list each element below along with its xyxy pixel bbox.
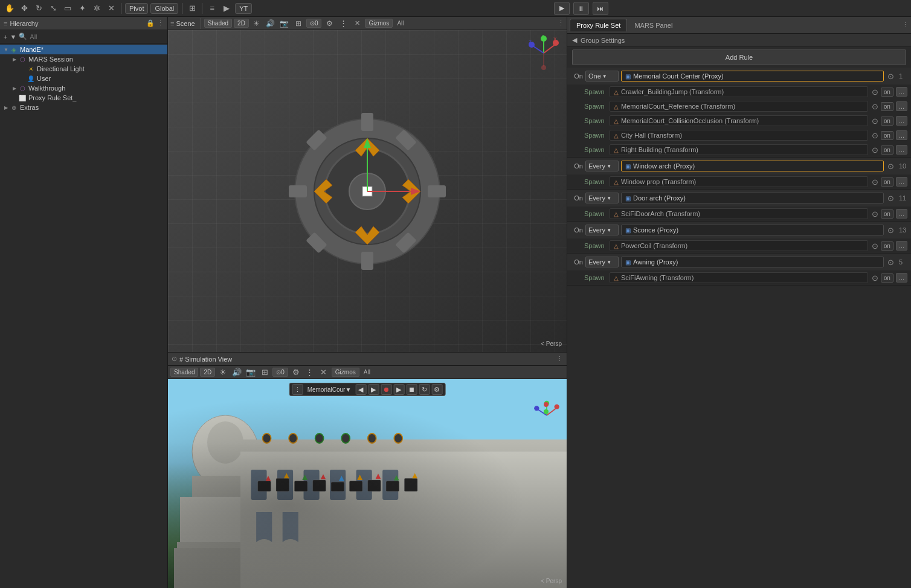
spawn-row-4-0[interactable]: Spawn △ PowerCoil (Transform) ⊙ on ... — [567, 238, 911, 253]
spawn-toggle-1-4[interactable]: on — [881, 145, 893, 155]
rule-on-row-3[interactable]: On Every ▼ ▣ Door arch (Proxy) ⊙ 11 — [567, 190, 911, 206]
sim-settings-icon[interactable]: ⚙ — [290, 366, 302, 379]
sim-grid-icon[interactable]: ⊞ — [259, 366, 271, 379]
spawn-menu-1-4[interactable]: ... — [896, 145, 907, 155]
add-rule-button[interactable]: Add Rule — [572, 50, 906, 65]
tab-end-icon[interactable]: ⋮ — [902, 21, 909, 29]
sim-gizmos-btn[interactable]: Gizmos — [332, 368, 359, 377]
rotate-tool[interactable]: ↻ — [33, 2, 45, 14]
scene-settings-icon[interactable]: ⚙ — [323, 18, 335, 30]
rule-proxy-1[interactable]: ▣ Memorial Court Center (Proxy) — [621, 71, 884, 81]
spawn-settings-1-2[interactable]: ⊙ — [872, 117, 878, 126]
spawn-toggle-3-0[interactable]: on — [881, 209, 893, 219]
scene-more-icon[interactable]: ⋮ — [337, 18, 349, 30]
sim-play-btn2[interactable]: ▶ — [393, 384, 404, 395]
spawn-menu-5-0[interactable]: ... — [896, 273, 907, 283]
rule-on-row-1[interactable]: On One ▼ ▣ Memorial Court Center (Proxy)… — [567, 68, 911, 85]
rule-on-row-5[interactable]: On Every ▼ ▣ Awning (Proxy) ⊙ 5 — [567, 254, 911, 270]
hand-tool[interactable]: ✋ — [4, 2, 16, 14]
spawn-menu-4-0[interactable]: ... — [896, 241, 907, 251]
arrow-left-icon[interactable]: ◀ — [572, 36, 577, 44]
scale-tool[interactable]: ⤡ — [47, 2, 59, 14]
tree-item-dir-light[interactable]: ▶ ☀ Directional Light — [0, 64, 167, 74]
yt-dropdown[interactable]: YT — [235, 3, 252, 14]
hierarchy-search-input[interactable] — [30, 33, 164, 40]
tree-item-mande[interactable]: ▼ ◈ MandE* — [0, 45, 167, 54]
spawn-field-1-2[interactable]: △ MemorialCourt_CollisionOcclusion (Tran… — [610, 115, 868, 126]
more-icon[interactable]: ⋮ — [157, 19, 164, 27]
spawn-menu-3-0[interactable]: ... — [896, 209, 907, 219]
spawn-settings-1-0[interactable]: ⊙ — [872, 88, 878, 97]
spawn-settings-1-4[interactable]: ⊙ — [872, 145, 878, 155]
spawn-toggle-4-0[interactable]: on — [881, 241, 893, 251]
rule-settings-5[interactable]: ⊙ — [887, 258, 894, 267]
tree-item-user[interactable]: ▶ 👤 User — [0, 74, 167, 83]
grid-icon[interactable]: ⊞ — [186, 2, 198, 14]
sim-light-icon[interactable]: ☀ — [217, 366, 229, 379]
spawn-settings-1-1[interactable]: ⊙ — [872, 102, 878, 111]
sim-canvas[interactable]: ⋮ MemorialCour▼ ◀ ▶ ⏺ ▶ ⏹ ↻ ⚙ — [168, 379, 567, 588]
transform-tool[interactable]: ✦ — [76, 2, 88, 14]
tab-mars-panel[interactable]: MARS Panel — [628, 19, 678, 31]
spawn-toggle-1-2[interactable]: on — [881, 117, 893, 126]
scene-overlay-btn[interactable]: ⊙0 — [306, 19, 322, 28]
rule-proxy-3[interactable]: ▣ Door arch (Proxy) — [621, 193, 884, 203]
scene-light-icon[interactable]: ☀ — [251, 18, 263, 30]
sim-prev-btn[interactable]: ◀ — [355, 384, 366, 395]
spawn-toggle-5-0[interactable]: on — [881, 273, 893, 283]
step-button[interactable]: ⏭ — [593, 2, 608, 15]
sim-more2-icon[interactable]: ⋮ — [304, 366, 316, 379]
spawn-field-4-0[interactable]: △ PowerCoil (Transform) — [610, 240, 868, 251]
rule-settings-1[interactable]: ⊙ — [887, 72, 894, 81]
scene-canvas[interactable]: X Y Z < Persp — [168, 30, 567, 352]
spawn-toggle-1-1[interactable]: on — [881, 102, 893, 111]
spawn-menu-1-1[interactable]: ... — [896, 101, 907, 111]
scene-cam-icon[interactable]: 📷 — [278, 18, 291, 30]
rule-trigger-5[interactable]: Every ▼ — [585, 257, 619, 267]
sim-cam-icon[interactable]: 📷 — [245, 366, 257, 379]
rule-trigger-1[interactable]: One ▼ — [585, 71, 619, 81]
scene-gizmos-btn[interactable]: Gizmos — [365, 19, 393, 28]
spawn-menu-1-0[interactable]: ... — [896, 87, 907, 97]
move-tool[interactable]: ✥ — [18, 2, 30, 14]
sim-fx-icon[interactable]: ✕ — [318, 366, 330, 379]
rule-settings-2[interactable]: ⊙ — [887, 162, 894, 171]
rule-proxy-5[interactable]: ▣ Awning (Proxy) — [621, 257, 884, 267]
layers-icon[interactable]: ≡ — [206, 2, 218, 14]
spawn-toggle-1-3[interactable]: on — [881, 131, 893, 140]
play-button[interactable]: ▶ — [554, 2, 570, 15]
rule-on-row-2[interactable]: On Every ▼ ▣ Window arch (Proxy) ⊙ 10 — [567, 158, 911, 174]
rule-trigger-4[interactable]: Every ▼ — [585, 225, 619, 235]
tree-item-proxy-rule-set[interactable]: ▶ ⬜ Proxy Rule Set_ — [0, 93, 167, 103]
spawn-row-1-2[interactable]: Spawn △ MemorialCourt_CollisionOcclusion… — [567, 113, 911, 128]
spawn-field-1-4[interactable]: △ Right Building (Transform) — [610, 144, 868, 155]
rule-trigger-3[interactable]: Every ▼ — [585, 193, 619, 203]
sim-record-btn[interactable]: ⏺ — [381, 384, 391, 395]
rule-trigger-2[interactable]: Every ▼ — [585, 161, 619, 171]
custom-tool[interactable]: ✲ — [91, 2, 103, 14]
scene-fx-icon[interactable]: ✕ — [351, 18, 363, 30]
spawn-field-1-1[interactable]: △ MemorialCourt_Reference (Transform) — [610, 101, 868, 112]
scene-shading-btn[interactable]: Shaded — [204, 19, 232, 28]
plus-icon[interactable]: + — [4, 33, 7, 40]
spawn-settings-5-0[interactable]: ⊙ — [872, 273, 878, 283]
spawn-menu-1-3[interactable]: ... — [896, 130, 907, 140]
spawn-field-1-3[interactable]: △ City Hall (Transform) — [610, 130, 868, 141]
sim-more-icon[interactable]: ⋮ — [556, 355, 563, 363]
sim-next-btn[interactable]: ▶ — [368, 384, 379, 395]
pause-button[interactable]: ⏸ — [573, 2, 589, 15]
extra-tool[interactable]: ✕ — [105, 2, 117, 14]
spawn-toggle-2-0[interactable]: on — [881, 177, 893, 187]
spawn-menu-1-2[interactable]: ... — [896, 116, 907, 126]
rule-proxy-4[interactable]: ▣ Sconce (Proxy) — [621, 225, 884, 235]
scene-sound-icon[interactable]: 🔊 — [265, 18, 277, 30]
tree-item-mars-session[interactable]: ▶ ⬡ MARS Session — [0, 54, 167, 64]
tree-item-extras[interactable]: ▶ ⊕ Extras — [0, 103, 167, 112]
scene-end-icon[interactable]: ⋮ — [558, 19, 564, 27]
global-dropdown[interactable]: Global — [150, 3, 178, 14]
spawn-row-5-0[interactable]: Spawn △ SciFiAwning (Transform) ⊙ on ... — [567, 270, 911, 285]
spawn-settings-1-3[interactable]: ⊙ — [872, 131, 878, 140]
rule-on-row-4[interactable]: On Every ▼ ▣ Sconce (Proxy) ⊙ 13 — [567, 222, 911, 238]
rule-proxy-2[interactable]: ▣ Window arch (Proxy) — [621, 161, 884, 171]
spawn-settings-2-0[interactable]: ⊙ — [872, 177, 878, 187]
